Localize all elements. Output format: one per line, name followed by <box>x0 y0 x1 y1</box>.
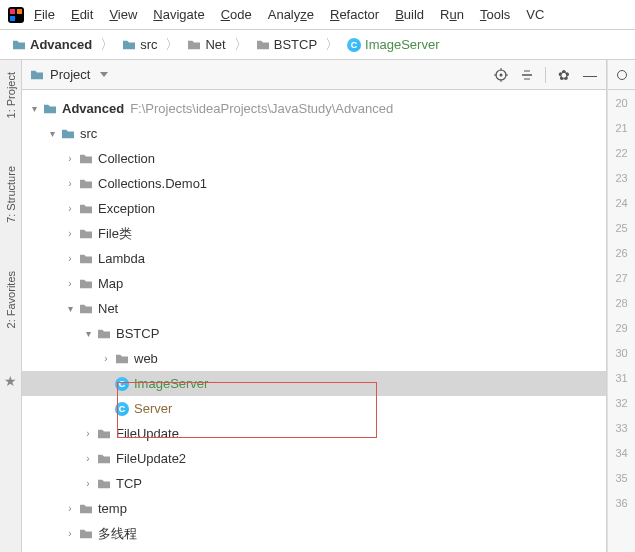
breadcrumb-file[interactable]: C ImageServer <box>343 35 443 54</box>
expander-icon[interactable]: › <box>62 203 78 214</box>
menu-edit[interactable]: Edit <box>65 5 99 24</box>
breadcrumb-bstcp[interactable]: BSTCP <box>252 35 321 54</box>
svg-rect-1 <box>10 9 15 14</box>
line-number: 32 <box>608 390 635 415</box>
tree-node-root[interactable]: ▾ Advanced F:\Projects\ideaProjects\Java… <box>22 96 606 121</box>
class-icon: C <box>347 38 361 52</box>
menu-code[interactable]: Code <box>215 5 258 24</box>
node-label: Lambda <box>98 251 145 266</box>
sidetab-favorites[interactable]: 2: Favorites <box>3 267 19 332</box>
tree-node-package[interactable]: ›Map <box>22 271 606 296</box>
menu-navigate[interactable]: Navigate <box>147 5 210 24</box>
menu-bar: File Edit View Navigate Code Analyze Ref… <box>0 0 635 30</box>
circle-icon[interactable] <box>617 70 627 80</box>
svg-rect-3 <box>10 16 15 21</box>
expander-icon[interactable]: › <box>62 153 78 164</box>
editor-gutter: 20 21 22 23 24 25 26 27 28 29 30 31 32 3… <box>607 60 635 552</box>
expander-icon[interactable]: › <box>62 528 78 539</box>
expander-icon[interactable]: › <box>80 428 96 439</box>
panel-title: Project <box>50 67 90 82</box>
package-icon <box>78 276 94 292</box>
menu-analyze[interactable]: Analyze <box>262 5 320 24</box>
editor-tab-edge <box>608 60 635 90</box>
navigation-bar: Advanced 〉 src 〉 Net 〉 BSTCP 〉 C ImageSe… <box>0 30 635 60</box>
project-tool-window: Project ✿ — ▾ Advanced F:\Projects\ideaP… <box>22 60 607 552</box>
expander-icon[interactable]: › <box>62 278 78 289</box>
module-icon <box>42 101 58 117</box>
package-icon <box>78 301 94 317</box>
expander-icon[interactable]: › <box>62 253 78 264</box>
tree-node-package[interactable]: ›Collections.Demo1 <box>22 171 606 196</box>
project-tree[interactable]: ▾ Advanced F:\Projects\ideaProjects\Java… <box>22 90 606 552</box>
breadcrumb-sep: 〉 <box>234 36 248 54</box>
menu-file[interactable]: File <box>28 5 61 24</box>
package-icon <box>78 176 94 192</box>
tree-node-package[interactable]: ›Exception <box>22 196 606 221</box>
menu-view[interactable]: View <box>103 5 143 24</box>
breadcrumb-root[interactable]: Advanced <box>8 35 96 54</box>
app-icon <box>8 7 24 23</box>
source-folder-icon <box>60 126 76 142</box>
tree-node-bstcp[interactable]: ▾BSTCP <box>22 321 606 346</box>
class-icon: C <box>114 401 130 417</box>
expander-icon[interactable]: › <box>62 178 78 189</box>
panel-title-group[interactable]: Project <box>30 67 108 82</box>
tree-node-net[interactable]: ▾Net <box>22 296 606 321</box>
tree-node-fileupdate2[interactable]: ›FileUpdate2 <box>22 446 606 471</box>
expander-icon[interactable]: › <box>80 453 96 464</box>
node-label: TCP <box>116 476 142 491</box>
expander-icon[interactable]: ▾ <box>80 328 96 339</box>
gear-icon[interactable]: ✿ <box>556 67 572 83</box>
menu-run[interactable]: Run <box>434 5 470 24</box>
sidetab-project[interactable]: 1: Project <box>3 68 19 122</box>
panel-actions: ✿ — <box>493 67 598 83</box>
package-icon <box>78 151 94 167</box>
breadcrumb-label: ImageServer <box>365 37 439 52</box>
chevron-down-icon <box>100 72 108 77</box>
node-label: Net <box>98 301 118 316</box>
expander-icon[interactable]: › <box>62 503 78 514</box>
menu-refactor[interactable]: Refactor <box>324 5 385 24</box>
node-label: temp <box>98 501 127 516</box>
tree-node-web[interactable]: ›web <box>22 346 606 371</box>
tree-node-package[interactable]: ›Lambda <box>22 246 606 271</box>
tree-node-tcp[interactable]: ›TCP <box>22 471 606 496</box>
breadcrumb: Advanced 〉 src 〉 Net 〉 BSTCP 〉 C ImageSe… <box>8 35 443 54</box>
tree-node-imageserver[interactable]: CImageServer <box>22 371 606 396</box>
tree-node-fileupdate[interactable]: ›FileUpdate <box>22 421 606 446</box>
node-label: Collection <box>98 151 155 166</box>
expander-icon[interactable]: ▾ <box>26 103 42 114</box>
node-label: Collections.Demo1 <box>98 176 207 191</box>
locate-icon[interactable] <box>493 67 509 83</box>
line-number: 31 <box>608 365 635 390</box>
line-number: 27 <box>608 265 635 290</box>
expander-icon[interactable]: ▾ <box>62 303 78 314</box>
expander-icon[interactable]: › <box>80 478 96 489</box>
breadcrumb-sep: 〉 <box>325 36 339 54</box>
breadcrumb-net[interactable]: Net <box>183 35 229 54</box>
tree-node-server[interactable]: CServer <box>22 396 606 421</box>
node-label: Map <box>98 276 123 291</box>
menu-tools[interactable]: Tools <box>474 5 516 24</box>
star-icon[interactable]: ★ <box>4 373 17 389</box>
expander-icon[interactable]: › <box>62 228 78 239</box>
tree-node-thread[interactable]: ›多线程 <box>22 521 606 546</box>
sidetab-structure[interactable]: 7: Structure <box>3 162 19 227</box>
node-label: File类 <box>98 225 132 243</box>
menu-build[interactable]: Build <box>389 5 430 24</box>
package-icon <box>114 351 130 367</box>
tree-node-src[interactable]: ▾ src <box>22 121 606 146</box>
tree-node-temp[interactable]: ›temp <box>22 496 606 521</box>
node-label: Server <box>134 401 172 416</box>
tree-node-package[interactable]: ›File类 <box>22 221 606 246</box>
menu-vcs[interactable]: VC <box>520 5 550 24</box>
expander-icon[interactable]: › <box>98 353 114 364</box>
line-number: 25 <box>608 215 635 240</box>
line-number: 26 <box>608 240 635 265</box>
package-icon <box>96 451 112 467</box>
tree-node-package[interactable]: ›Collection <box>22 146 606 171</box>
collapse-icon[interactable] <box>519 67 535 83</box>
expander-icon[interactable]: ▾ <box>44 128 60 139</box>
breadcrumb-src[interactable]: src <box>118 35 161 54</box>
hide-icon[interactable]: — <box>582 67 598 83</box>
